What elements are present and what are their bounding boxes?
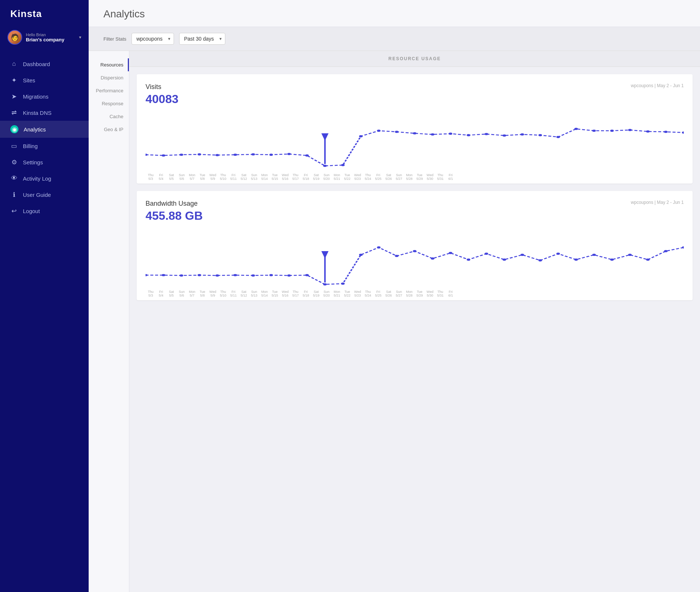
user-guide-icon: ℹ — [10, 191, 18, 198]
main-nav: ⌂Dashboard✦Sites➤Migrations⇌Kinsta DNS◉A… — [0, 56, 89, 219]
sub-nav-item-cache[interactable]: Cache — [89, 110, 129, 123]
sidebar-item-label-analytics: Analytics — [24, 126, 46, 133]
svg-point-41 — [252, 274, 255, 277]
sub-nav-item-performance[interactable]: Performance — [89, 84, 129, 97]
sidebar-item-dashboard[interactable]: ⌂Dashboard — [0, 56, 89, 72]
svg-point-52 — [449, 252, 453, 254]
x-label: Thu5/3 — [146, 290, 156, 297]
svg-point-40 — [233, 274, 237, 276]
sub-nav-item-dispersion[interactable]: Dispersion — [89, 71, 129, 84]
x-label: Sat5/5 — [166, 173, 177, 181]
svg-point-13 — [341, 164, 345, 166]
svg-point-57 — [539, 259, 542, 261]
sidebar-item-label-dashboard: Dashboard — [23, 61, 50, 67]
sidebar-item-logout[interactable]: ↩Logout — [0, 203, 89, 219]
x-label: Wed5/30 — [425, 290, 435, 297]
site-select[interactable]: wpcoupons — [132, 33, 174, 45]
svg-point-59 — [574, 259, 578, 261]
x-label: Wed5/16 — [280, 290, 290, 297]
x-label: Mon5/7 — [187, 173, 197, 181]
user-info: Hello Brian Brian's company — [26, 32, 75, 42]
filter-bar: Filter Stats wpcoupons Past 30 daysPast … — [89, 27, 700, 51]
x-label: Fri6/1 — [445, 173, 456, 181]
x-label: Sun5/6 — [177, 173, 187, 181]
filter-label: Filter Stats — [103, 36, 126, 42]
svg-point-5 — [198, 153, 201, 155]
sub-nav-item-geo-ip[interactable]: Geo & IP — [89, 123, 129, 136]
sidebar-item-settings[interactable]: ⚙Settings — [0, 154, 89, 170]
x-label: Fri5/18 — [301, 173, 311, 181]
bandwidth-meta: wpcoupons | May 2 - Jun 1 — [631, 200, 684, 205]
sidebar-item-billing[interactable]: ▭Billing — [0, 138, 89, 154]
site-select-wrapper: wpcoupons — [132, 33, 174, 45]
sidebar-item-label-billing: Billing — [23, 143, 38, 149]
x-label: Fri5/25 — [373, 173, 383, 181]
svg-point-16 — [395, 131, 399, 133]
svg-point-31 — [664, 131, 668, 133]
x-label: Fri5/11 — [228, 173, 239, 181]
svg-point-32 — [682, 131, 684, 134]
svg-point-21 — [485, 133, 488, 135]
sidebar-item-label-settings: Settings — [23, 159, 43, 165]
svg-point-20 — [467, 134, 470, 136]
user-company: Brian's company — [26, 37, 75, 42]
bandwidth-value: 455.88 GB — [146, 209, 684, 223]
x-label: Mon5/7 — [187, 290, 197, 297]
svg-point-10 — [287, 153, 291, 155]
x-label: Sat5/5 — [166, 290, 177, 297]
kinsta-dns-icon: ⇌ — [10, 109, 18, 116]
sidebar-item-sites[interactable]: ✦Sites — [0, 72, 89, 88]
user-profile[interactable]: 🧑 Hello Brian Brian's company ▾ — [0, 26, 89, 52]
svg-point-24 — [539, 134, 542, 136]
x-label: Tue5/29 — [414, 290, 425, 297]
svg-point-42 — [269, 274, 273, 276]
svg-point-51 — [431, 257, 434, 260]
x-label: Sat5/26 — [383, 290, 394, 297]
sidebar-item-activity-log[interactable]: 👁Activity Log — [0, 170, 89, 187]
main-content: Analytics Filter Stats wpcoupons Past 30… — [89, 0, 700, 592]
x-label: Mon5/28 — [404, 173, 414, 181]
visits-title: Visits — [146, 83, 161, 91]
svg-point-64 — [664, 250, 668, 252]
svg-point-56 — [520, 254, 524, 256]
avatar: 🧑 — [7, 30, 22, 45]
x-label: Sat5/12 — [239, 173, 249, 181]
x-label: Tue5/8 — [197, 173, 208, 181]
x-label: Thu5/17 — [290, 290, 301, 297]
svg-point-63 — [646, 259, 650, 261]
x-label: Fri6/1 — [445, 290, 456, 297]
svg-point-4 — [180, 154, 183, 156]
activity-log-icon: 👁 — [10, 175, 18, 182]
x-label: Fri5/4 — [156, 290, 166, 297]
x-label: Sat5/19 — [311, 290, 321, 297]
svg-point-17 — [413, 132, 417, 134]
resource-usage-header: RESOURCE USAGE — [129, 51, 700, 67]
svg-point-2 — [146, 154, 147, 156]
svg-point-8 — [252, 153, 255, 155]
sub-nav-item-response[interactable]: Response — [89, 97, 129, 110]
sidebar-item-user-guide[interactable]: ℹUser Guide — [0, 187, 89, 203]
x-label: Wed5/23 — [352, 173, 363, 181]
svg-point-14 — [359, 135, 363, 137]
svg-point-28 — [610, 130, 614, 132]
period-select[interactable]: Past 30 daysPast 7 daysPast 60 days — [179, 33, 225, 45]
billing-icon: ▭ — [10, 142, 18, 150]
visits-value: 40083 — [146, 92, 684, 106]
sidebar-item-analytics[interactable]: ◉Analytics — [0, 121, 89, 138]
content-area: ResourcesDispersionPerformanceResponseCa… — [89, 51, 700, 592]
visits-x-axis: Thu5/3Fri5/4Sat5/5Sun5/6Mon5/7Tue5/8Wed5… — [146, 171, 684, 184]
x-label: Wed5/16 — [280, 173, 290, 181]
bandwidth-title: Bandwidth Usage — [146, 200, 198, 208]
svg-point-3 — [162, 154, 165, 157]
dashboard-icon: ⌂ — [10, 60, 18, 68]
svg-point-47 — [359, 254, 363, 256]
x-label: Sat5/19 — [311, 173, 321, 181]
visits-chart-header: Visits wpcoupons | May 2 - Jun 1 — [146, 83, 684, 91]
x-label: Wed5/30 — [425, 173, 435, 181]
x-label: Fri5/18 — [301, 290, 311, 297]
svg-point-60 — [592, 254, 596, 256]
x-label: Tue5/22 — [342, 173, 352, 181]
sidebar-item-kinsta-dns[interactable]: ⇌Kinsta DNS — [0, 105, 89, 121]
sub-nav-item-resources[interactable]: Resources — [89, 58, 129, 71]
sidebar-item-migrations[interactable]: ➤Migrations — [0, 88, 89, 105]
